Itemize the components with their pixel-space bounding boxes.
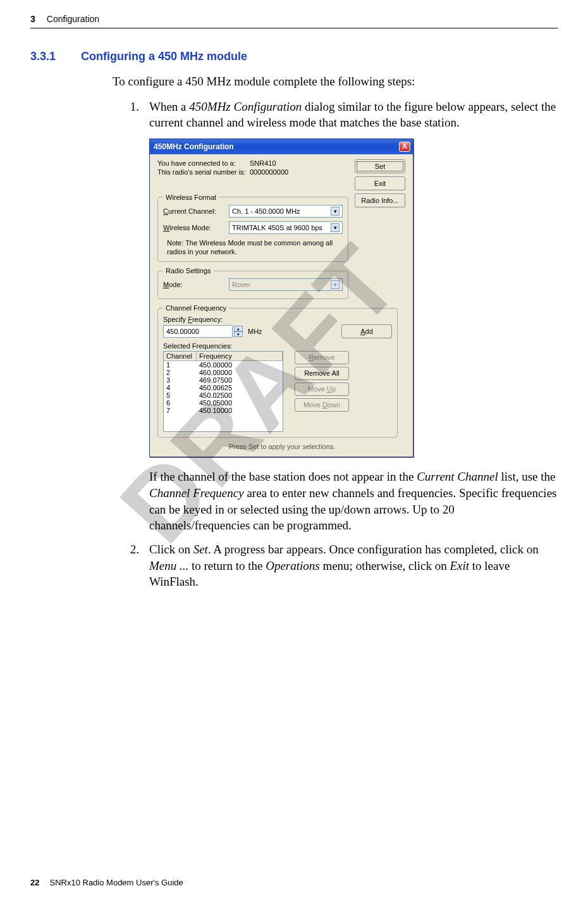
mode-value: Rover <box>232 281 250 288</box>
s2d: menu; otherwise, click on <box>320 559 450 572</box>
remove-all-button[interactable]: Remove All <box>295 367 349 380</box>
spin-down-icon[interactable]: ▾ <box>234 331 243 337</box>
right-buttons: Set Exit Radio Info... <box>355 159 405 211</box>
connected-label: You have connected to a: <box>157 159 246 167</box>
wm-rest: ireless Mode: <box>169 224 211 231</box>
channel-frequency-group: Channel Frequency Specify Frequency: ▴▾ … <box>157 304 398 438</box>
s2i3: Operations <box>266 559 320 572</box>
list-header: Channel Frequency <box>164 352 283 361</box>
list-rows: 1450.000002460.000003469.075004450.00625… <box>164 361 283 414</box>
page-number: 22 <box>30 878 39 887</box>
list-item[interactable]: 3469.07500 <box>164 376 283 384</box>
radio-settings-legend: Radio Settings <box>163 267 214 274</box>
mode-combo: Rover ▾ <box>229 278 343 291</box>
frequency-listbox[interactable]: Channel Frequency 1450.000002460.0000034… <box>163 351 283 432</box>
wireless-format-group: Wireless Format Current Channel: Ch. 1 -… <box>157 194 348 262</box>
step-body: When a 450MHz Configuration dialog simil… <box>149 99 558 131</box>
radio-info-button[interactable]: Radio Info... <box>355 194 405 207</box>
m-u: M <box>163 281 169 288</box>
dialog-figure: 450MHz Configuration X You have connecte… <box>149 139 558 458</box>
wireless-mode-label: Wireless Mode: <box>163 224 224 231</box>
chevron-down-icon[interactable]: ▾ <box>331 207 340 216</box>
m-rest: ode: <box>169 281 182 288</box>
s2a: Click on <box>149 543 193 556</box>
spin-up-icon[interactable]: ▴ <box>234 326 243 331</box>
frequency-spinner[interactable]: ▴▾ <box>163 325 243 338</box>
col-frequency: Frequency <box>197 352 283 360</box>
wm-u: W <box>163 224 169 231</box>
section-number: 3.3.1 <box>30 50 56 63</box>
list-item[interactable]: 2460.00000 <box>164 369 283 376</box>
spinner-buttons[interactable]: ▴▾ <box>234 326 243 337</box>
after-step1-para: If the channel of the base station does … <box>149 469 558 534</box>
set-button[interactable]: Set <box>355 159 405 173</box>
mu-post: p <box>332 385 336 393</box>
md-post: own <box>328 401 340 409</box>
step-number: 2. <box>113 541 139 590</box>
list-item[interactable]: 1450.00000 <box>164 361 283 369</box>
section-title: Configuring a 450 MHz module <box>81 50 247 63</box>
a1b: list, use the <box>498 470 556 483</box>
move-down-button[interactable]: Move Down <box>295 398 349 412</box>
list-buttons: Remove Remove All Move Up Move Down <box>295 351 349 432</box>
wireless-mode-combo[interactable]: TRIMTALK 450S at 9600 bps ▾ <box>229 221 343 234</box>
list-item[interactable]: 7450.10000 <box>164 407 283 414</box>
col-channel: Channel <box>164 352 197 360</box>
config-dialog: 450MHz Configuration X You have connecte… <box>149 139 413 458</box>
radio-settings-group: Radio Settings Mode: Rover ▾ <box>157 267 348 299</box>
mu-u: U <box>327 385 332 393</box>
serial-value: 0000000000 <box>250 168 288 176</box>
wireless-note: Note: The Wireless Mode must be common a… <box>163 237 343 257</box>
chevron-down-icon[interactable]: ▾ <box>331 223 340 232</box>
add-u: A <box>360 328 365 335</box>
s2c: to return to the <box>188 559 266 572</box>
serial-label: This radio's serial number is: <box>157 168 246 176</box>
wireless-mode-value: TRIMTALK 450S at 9600 bps <box>232 224 322 231</box>
chapter-title: Configuration <box>47 14 99 24</box>
move-up-button[interactable]: Move Up <box>295 383 349 396</box>
mu-pre: Move <box>308 385 327 393</box>
step-2: 2. Click on Set. A progress bar appears.… <box>113 541 558 590</box>
page-footer: 22 SNRx10 Radio Modem User's Guide <box>30 878 183 887</box>
footer-title: SNRx10 Radio Modem User's Guide <box>49 878 183 887</box>
s2i2: Menu ... <box>149 559 188 572</box>
remove-button[interactable]: Remove <box>295 351 349 364</box>
cc-rest: urrent Channel: <box>168 207 216 215</box>
mode-label: Mode: <box>163 281 224 288</box>
mhz-label: MHz <box>248 328 262 335</box>
sf-post: requency: <box>192 316 223 323</box>
s2i1: Set <box>193 543 208 556</box>
wireless-format-legend: Wireless Format <box>163 194 219 201</box>
list-item[interactable]: 5450.02500 <box>164 391 283 399</box>
sf-pre: Specify <box>163 316 188 323</box>
s2i4: Exit <box>450 559 469 572</box>
exit-button[interactable]: Exit <box>355 176 405 190</box>
close-icon[interactable]: X <box>399 142 410 152</box>
step-number: 1. <box>113 99 139 131</box>
current-channel-label: Current Channel: <box>163 207 224 215</box>
cc-u: C <box>163 207 168 215</box>
connected-value: SNR410 <box>250 159 276 167</box>
page-header: 3 Configuration <box>30 14 558 28</box>
a1i2: Channel Frequency <box>149 486 244 500</box>
step-1: 1. When a 450MHz Configuration dialog si… <box>113 99 558 131</box>
intro-text: To configure a 450 MHz module complete t… <box>113 73 558 90</box>
frequency-input[interactable] <box>163 325 233 338</box>
list-item[interactable]: 4450.00625 <box>164 384 283 391</box>
add-button[interactable]: Add <box>341 324 392 338</box>
dialog-titlebar[interactable]: 450MHz Configuration X <box>150 139 413 154</box>
list-item[interactable]: 6450.05000 <box>164 399 283 407</box>
a1a: If the channel of the base station does … <box>149 470 417 483</box>
md-pre: Move <box>303 401 322 409</box>
specify-freq-label: Specify Frequency: <box>163 316 392 323</box>
step-body: Click on Set. A progress bar appears. On… <box>149 541 558 590</box>
channel-frequency-legend: Channel Frequency <box>163 304 229 312</box>
press-set-hint: Press Set to apply your selections. <box>157 438 407 453</box>
current-channel-combo[interactable]: Ch. 1 - 450.0000 MHz ▾ <box>229 205 343 218</box>
step1-ital: 450MHz Configuration <box>189 100 302 113</box>
chevron-down-icon: ▾ <box>331 280 340 289</box>
sf-u: F <box>188 316 192 323</box>
md-u: D <box>322 401 328 409</box>
dialog-title: 450MHz Configuration <box>154 142 234 151</box>
selected-freq-label: Selected Frequencies: <box>163 342 392 350</box>
